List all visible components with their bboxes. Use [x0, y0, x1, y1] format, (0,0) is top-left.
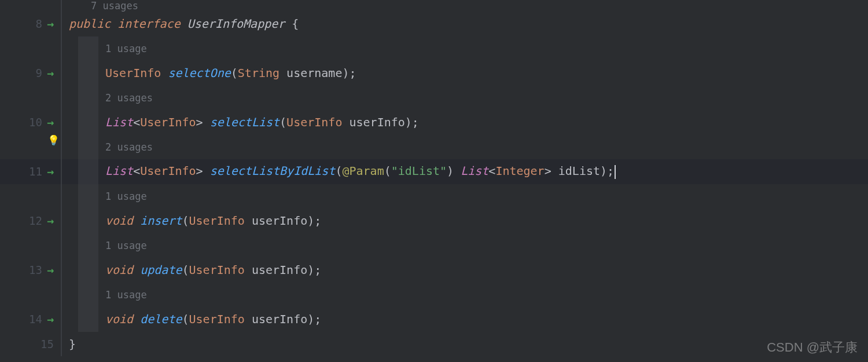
gutter[interactable]: 10 →: [0, 110, 61, 135]
fold-region: [78, 86, 98, 111]
fold-region: [78, 159, 98, 184]
fold-region: [78, 36, 98, 61]
usage-hint[interactable]: 2 usages: [98, 92, 153, 104]
code-line[interactable]: void update(UserInfo userInfo);: [98, 263, 321, 277]
gutter: [0, 184, 61, 209]
watermark: CSDN @武子康: [767, 339, 858, 356]
usage-hint[interactable]: 1 usage: [98, 240, 147, 251]
code-line[interactable]: }: [62, 337, 76, 351]
fold-region: [78, 283, 98, 308]
code-row: 1 usage: [0, 233, 868, 258]
fold-region: [78, 110, 98, 135]
code-row: 2 usages: [0, 135, 868, 160]
code-row-active: 11 → List<UserInfo> selectListByIdList(@…: [0, 159, 868, 184]
fold-region: [78, 233, 98, 258]
usage-hint[interactable]: 2 usages: [98, 141, 153, 153]
code-line[interactable]: List<UserInfo> selectList(UserInfo userI…: [98, 115, 419, 129]
line-number: 15: [41, 338, 54, 350]
run-arrow-icon[interactable]: →: [47, 66, 54, 80]
line-number: 10: [29, 116, 42, 129]
line-number: 14: [29, 313, 42, 326]
usage-hint[interactable]: 1 usage: [98, 289, 147, 301]
fold-region: [78, 135, 98, 160]
code-row: 7 usages: [0, 0, 868, 12]
code-editor[interactable]: 7 usages 8 → public interface UserInfoMa…: [0, 0, 868, 362]
line-number: 12: [29, 214, 42, 227]
code-row: 8 → public interface UserInfoMapper {: [0, 12, 868, 36]
code-row: 2 usages: [0, 86, 868, 111]
code-line[interactable]: public interface UserInfoMapper {: [62, 17, 299, 31]
line-number: 13: [29, 264, 42, 276]
code-line[interactable]: void insert(UserInfo userInfo);: [98, 214, 321, 228]
usage-hint[interactable]: 7 usages: [62, 0, 138, 12]
usage-hint[interactable]: 1 usage: [98, 191, 147, 202]
code-line[interactable]: List<UserInfo> selectListByIdList(@Param…: [98, 164, 616, 179]
fold-region: [78, 184, 98, 209]
gutter[interactable]: 12 →: [0, 209, 61, 233]
code-row: 13 → void update(UserInfo userInfo);: [0, 258, 868, 283]
usage-hint[interactable]: 1 usage: [98, 43, 147, 54]
gutter: [0, 233, 61, 258]
code-row: 9 → UserInfo selectOne(String username);: [0, 61, 868, 86]
fold-region: [78, 307, 98, 332]
fold-region: [78, 61, 98, 86]
code-line[interactable]: UserInfo selectOne(String username);: [98, 66, 356, 80]
run-arrow-icon[interactable]: →: [47, 164, 54, 178]
gutter[interactable]: 11 →: [0, 159, 61, 184]
code-line[interactable]: void delete(UserInfo userInfo);: [98, 312, 321, 326]
fold-region: [78, 209, 98, 233]
gutter[interactable]: 9 →: [0, 61, 61, 86]
run-arrow-icon[interactable]: →: [47, 312, 54, 326]
gutter: [0, 36, 61, 61]
code-row: 1 usage: [0, 36, 868, 61]
run-arrow-icon[interactable]: →: [47, 17, 54, 31]
gutter[interactable]: 15: [0, 332, 61, 357]
code-row: 15 }: [0, 332, 868, 357]
intention-bulb-icon[interactable]: 💡: [47, 134, 60, 146]
line-number: 8: [36, 17, 42, 30]
line-number: 11: [29, 165, 42, 178]
gutter[interactable]: 14 →: [0, 307, 61, 332]
code-row: 14 → void delete(UserInfo userInfo);: [0, 307, 868, 332]
code-row: 10 → List<UserInfo> selectList(UserInfo …: [0, 110, 868, 135]
gutter: [0, 0, 61, 12]
line-number: 9: [36, 67, 42, 79]
gutter[interactable]: 13 →: [0, 258, 61, 283]
text-caret: [615, 165, 616, 179]
code-row: 1 usage: [0, 184, 868, 209]
code-row: 1 usage: [0, 283, 868, 308]
gutter: [0, 86, 61, 111]
code-row: 12 → void insert(UserInfo userInfo);: [0, 209, 868, 233]
fold-region: [78, 258, 98, 283]
gutter: [0, 283, 61, 308]
run-arrow-icon[interactable]: →: [47, 214, 54, 228]
run-arrow-icon[interactable]: →: [47, 263, 54, 277]
run-arrow-icon[interactable]: →: [47, 115, 54, 129]
gutter[interactable]: 8 →: [0, 12, 61, 36]
